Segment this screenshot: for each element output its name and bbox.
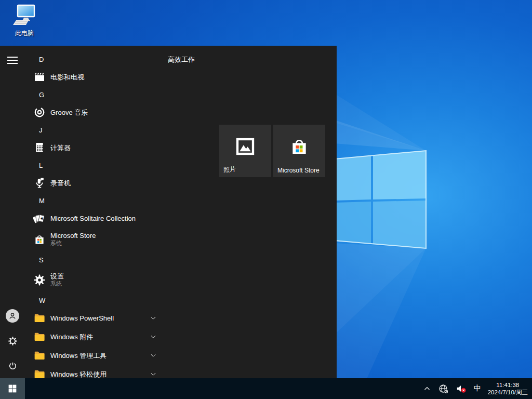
desktop-icon-label: 此电脑 bbox=[15, 29, 34, 38]
app-item-sublabel: 系统 bbox=[50, 280, 64, 288]
start-menu-tiles-area: 高效工作 照片 Microsoft Store bbox=[165, 46, 337, 378]
app-list-item[interactable]: Groove 音乐 bbox=[25, 103, 165, 122]
voice-recorder-icon bbox=[33, 177, 46, 189]
power-icon bbox=[8, 361, 18, 371]
app-list-item[interactable]: Windows PowerShell bbox=[25, 309, 165, 327]
app-item-text: 录音机 bbox=[50, 179, 71, 187]
tile-label: Microsoft Store bbox=[277, 167, 320, 174]
app-item-label: Windows 附件 bbox=[50, 333, 93, 341]
app-list-item[interactable]: 设置系统 bbox=[25, 268, 165, 292]
tile-label: 照片 bbox=[223, 165, 236, 174]
app-item-label: 计算器 bbox=[50, 144, 71, 152]
app-list-section-letter[interactable]: S bbox=[25, 251, 165, 268]
start-tile[interactable]: Microsoft Store bbox=[273, 125, 325, 177]
app-item-text: 电影和电视 bbox=[50, 73, 84, 81]
settings-button[interactable] bbox=[0, 328, 25, 353]
app-item-text: Windows 附件 bbox=[50, 333, 93, 341]
app-list-section-letter[interactable]: M bbox=[25, 192, 165, 209]
power-button[interactable] bbox=[0, 353, 25, 378]
app-item-sublabel: 系统 bbox=[50, 240, 96, 247]
gear-icon bbox=[8, 336, 18, 346]
start-menu: D 电影和电视G Groove 音乐J计算器L 录音机M ♠Microsoft … bbox=[0, 46, 337, 378]
app-item-label: 录音机 bbox=[50, 179, 71, 187]
start-menu-rail bbox=[0, 46, 25, 378]
app-item-label: 电影和电视 bbox=[50, 73, 84, 81]
app-list-item[interactable]: ♠Microsoft Solitaire Collection bbox=[25, 209, 165, 228]
folder-icon bbox=[33, 312, 46, 324]
app-list-section-letter[interactable]: D bbox=[25, 51, 165, 68]
hamburger-icon bbox=[7, 57, 18, 64]
app-item-label: Windows PowerShell bbox=[50, 314, 114, 322]
chevron-down-icon[interactable] bbox=[150, 352, 157, 359]
movies-tv-icon bbox=[33, 71, 46, 83]
app-item-label: Microsoft Store bbox=[50, 232, 96, 240]
app-item-text: Windows 轻松使用 bbox=[50, 370, 107, 378]
app-list-item[interactable]: Windows 轻松使用 bbox=[25, 365, 165, 378]
app-item-text: 设置系统 bbox=[50, 272, 64, 288]
app-item-label: Windows 轻松使用 bbox=[50, 370, 107, 378]
store-icon bbox=[289, 136, 310, 157]
tray-expand-button[interactable] bbox=[423, 384, 431, 393]
groove-music-icon bbox=[33, 106, 46, 118]
app-list-section-letter[interactable]: J bbox=[25, 122, 165, 138]
chevron-down-icon[interactable] bbox=[150, 370, 157, 378]
app-list-item[interactable]: Windows 管理工具 bbox=[25, 346, 165, 365]
app-list-section-letter[interactable]: L bbox=[25, 157, 165, 174]
app-list-section-letter[interactable]: W bbox=[25, 292, 165, 309]
solitaire-icon: ♠ bbox=[33, 212, 46, 224]
start-menu-app-list: D 电影和电视G Groove 音乐J计算器L 录音机M ♠Microsoft … bbox=[25, 46, 165, 378]
windows-logo-icon bbox=[8, 384, 17, 393]
app-item-label: Groove 音乐 bbox=[50, 109, 88, 116]
network-tray-button[interactable] bbox=[438, 383, 449, 394]
volume-muted-icon bbox=[456, 383, 467, 394]
clock-time: 11:41:38 bbox=[488, 381, 528, 389]
folder-icon bbox=[33, 330, 46, 343]
ime-indicator[interactable]: 中 bbox=[474, 384, 481, 393]
tile-group-title: 高效工作 bbox=[168, 55, 195, 64]
app-list-item[interactable]: Microsoft Store系统 bbox=[25, 228, 165, 251]
this-pc-icon bbox=[11, 4, 38, 28]
system-tray: 中 11:41:38 2024/7/10/周三 bbox=[423, 378, 532, 399]
app-item-label: 设置 bbox=[50, 272, 64, 280]
start-button[interactable] bbox=[0, 378, 25, 399]
chevron-down-icon[interactable] bbox=[150, 333, 157, 340]
app-list-item[interactable]: 电影和电视 bbox=[25, 68, 165, 86]
app-item-text: Groove 音乐 bbox=[50, 109, 88, 116]
user-account-button[interactable] bbox=[0, 303, 25, 328]
calculator-icon bbox=[33, 141, 46, 154]
expand-menu-button[interactable] bbox=[0, 48, 25, 73]
gear-icon bbox=[33, 274, 46, 286]
start-tile[interactable]: 照片 bbox=[219, 125, 271, 177]
app-item-label: Microsoft Solitaire Collection bbox=[50, 215, 136, 222]
app-list-item[interactable]: Windows 附件 bbox=[25, 327, 165, 346]
app-list-section-letter[interactable]: G bbox=[25, 86, 165, 103]
clock-date: 2024/7/10/周三 bbox=[488, 389, 528, 396]
app-list-item[interactable]: 计算器 bbox=[25, 138, 165, 157]
network-no-internet-icon bbox=[438, 383, 449, 394]
app-list-item[interactable]: 录音机 bbox=[25, 174, 165, 192]
user-icon bbox=[6, 309, 19, 323]
app-item-text: Microsoft Store系统 bbox=[50, 232, 96, 247]
store-icon bbox=[33, 233, 46, 246]
folder-icon bbox=[33, 368, 46, 378]
app-item-text: Windows PowerShell bbox=[50, 314, 114, 322]
taskbar-clock[interactable]: 11:41:38 2024/7/10/周三 bbox=[488, 381, 528, 396]
folder-icon bbox=[33, 349, 46, 362]
taskbar: 中 11:41:38 2024/7/10/周三 bbox=[0, 378, 532, 399]
photos-icon bbox=[235, 136, 256, 157]
app-item-text: Windows 管理工具 bbox=[50, 352, 107, 360]
app-item-text: 计算器 bbox=[50, 144, 71, 152]
desktop-icon-this-pc[interactable]: 此电脑 bbox=[4, 4, 45, 38]
app-item-label: Windows 管理工具 bbox=[50, 352, 107, 360]
chevron-down-icon[interactable] bbox=[150, 314, 157, 322]
volume-tray-button[interactable] bbox=[456, 383, 467, 394]
app-item-text: Microsoft Solitaire Collection bbox=[50, 215, 136, 222]
chevron-up-icon bbox=[423, 384, 431, 393]
